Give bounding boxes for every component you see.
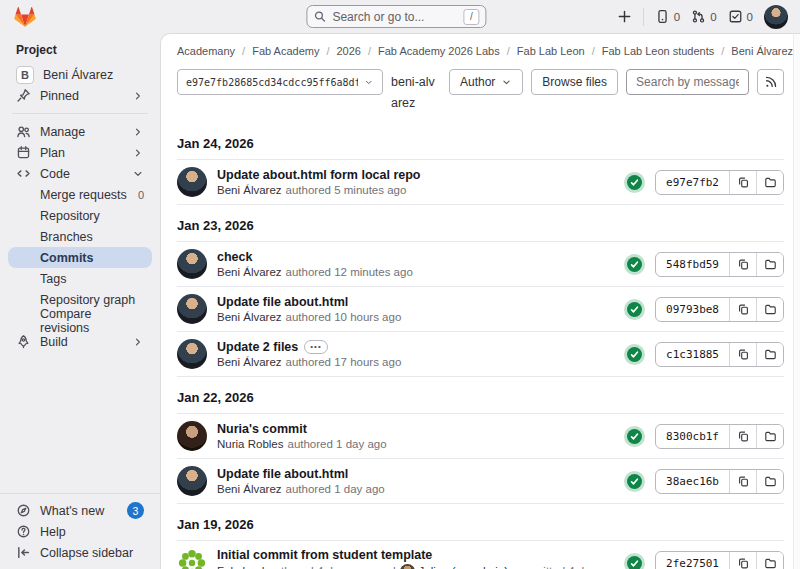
commit-author-avatar[interactable] bbox=[177, 339, 207, 369]
commit-title-link[interactable]: Update file about.html bbox=[217, 467, 348, 481]
commit-author-link[interactable]: Beni Álvarez bbox=[217, 483, 282, 495]
commit-author-avatar[interactable] bbox=[177, 249, 207, 279]
merge-requests-shortcut[interactable]: 0 bbox=[691, 9, 716, 24]
sidebar-item-plan[interactable]: Plan bbox=[8, 142, 152, 163]
browse-files-at-commit-button[interactable] bbox=[756, 343, 783, 366]
commit-sha[interactable]: 09793be8 bbox=[656, 298, 729, 321]
breadcrumb-link[interactable]: Academany bbox=[177, 45, 235, 57]
commit-title-link[interactable]: Nuria's commit bbox=[217, 422, 307, 436]
commit-sha[interactable]: 38aec16b bbox=[656, 470, 729, 493]
breadcrumb-link[interactable]: Fab Lab Leon bbox=[517, 45, 585, 57]
commit-actions: 38aec16b bbox=[627, 469, 784, 494]
sidebar-item-pinned[interactable]: Pinned bbox=[8, 85, 152, 106]
commit-author-link[interactable]: Fabcloud bbox=[217, 565, 264, 569]
ref-switcher-dropdown[interactable]: e97e7fb28685cd34cdcc95ff6a8df757… bbox=[177, 69, 383, 95]
commit-row: Update about.html form local repoBeni Ál… bbox=[177, 160, 784, 205]
breadcrumb-link[interactable]: Beni Álvarez bbox=[731, 45, 793, 57]
commit-info: Initial commit from student templateFabc… bbox=[217, 548, 617, 569]
create-new-button[interactable] bbox=[617, 9, 632, 24]
sidebar-item-code[interactable]: Code bbox=[8, 163, 152, 184]
commit-author-link[interactable]: Beni Álvarez bbox=[217, 266, 282, 278]
commit-author-link[interactable]: Nuria Robles bbox=[217, 438, 283, 450]
gitlab-logo-icon[interactable] bbox=[12, 5, 38, 29]
pipeline-status-icon[interactable] bbox=[627, 429, 642, 444]
browse-files-at-commit-button[interactable] bbox=[756, 552, 783, 569]
whats-new-badge: 3 bbox=[127, 502, 144, 519]
commit-author-avatar[interactable] bbox=[177, 167, 207, 197]
browse-files-at-commit-button[interactable] bbox=[756, 298, 783, 321]
commit-description-toggle[interactable]: ••• bbox=[304, 340, 327, 354]
browse-files-button[interactable]: Browse files bbox=[531, 69, 618, 95]
commit-author-avatar[interactable] bbox=[177, 421, 207, 451]
pipeline-status-icon[interactable] bbox=[627, 556, 642, 569]
commit-actions: 2fe27501 bbox=[627, 551, 784, 569]
folder-icon bbox=[764, 176, 777, 189]
topbar: Search or go to... / 0 0 0 bbox=[0, 0, 800, 33]
commit-author-link[interactable]: Beni Álvarez bbox=[217, 311, 282, 323]
commit-meta: Beni Álvarezauthored 1 day ago bbox=[217, 483, 385, 495]
sidebar-item-compare-revisions[interactable]: Compare revisions bbox=[8, 310, 152, 331]
pipeline-status-icon[interactable] bbox=[627, 347, 642, 362]
committer-link[interactable]: Julian (sysadmin) bbox=[419, 565, 508, 569]
sidebar-item-manage[interactable]: Manage bbox=[8, 121, 152, 142]
copy-sha-button[interactable] bbox=[729, 298, 756, 321]
pipeline-status-icon[interactable] bbox=[627, 302, 642, 317]
commit-author-avatar[interactable] bbox=[177, 294, 207, 324]
browse-files-at-commit-button[interactable] bbox=[756, 470, 783, 493]
commit-title-link[interactable]: Update file about.html bbox=[217, 295, 348, 309]
commit-title-link[interactable]: Update 2 files bbox=[217, 340, 298, 354]
sidebar-item-branches[interactable]: Branches bbox=[8, 226, 152, 247]
sidebar-item-label: Branches bbox=[40, 230, 93, 244]
pipeline-status-icon[interactable] bbox=[627, 175, 642, 190]
commit-title-link[interactable]: Update about.html form local repo bbox=[217, 168, 421, 182]
browse-files-at-commit-button[interactable] bbox=[756, 253, 783, 276]
copy-sha-button[interactable] bbox=[729, 171, 756, 194]
commit-title-line: Update file about.html bbox=[217, 295, 401, 309]
todos-shortcut[interactable]: 0 bbox=[728, 9, 753, 24]
sidebar-project-item[interactable]: B Beni Álvarez bbox=[8, 64, 152, 85]
pipeline-status-icon[interactable] bbox=[627, 257, 642, 272]
user-avatar[interactable] bbox=[764, 5, 788, 29]
copy-sha-button[interactable] bbox=[729, 425, 756, 448]
commits-feed-button[interactable] bbox=[757, 69, 784, 95]
breadcrumb-link[interactable]: 2026 bbox=[336, 45, 360, 57]
pin-icon bbox=[16, 88, 31, 103]
copy-sha-button[interactable] bbox=[729, 343, 756, 366]
browse-files-at-commit-button[interactable] bbox=[756, 171, 783, 194]
commit-author-link[interactable]: Beni Álvarez bbox=[217, 356, 282, 368]
commit-title-link[interactable]: check bbox=[217, 250, 252, 264]
sidebar-item-commits[interactable]: Commits bbox=[8, 247, 152, 268]
sidebar-item-repository[interactable]: Repository bbox=[8, 205, 152, 226]
commit-title-link[interactable]: Initial commit from student template bbox=[217, 548, 432, 562]
commit-author-link[interactable]: Beni Álvarez bbox=[217, 184, 282, 196]
folder-icon bbox=[764, 258, 777, 271]
sidebar-item-help[interactable]: Help bbox=[8, 521, 152, 542]
sidebar-item-what-s-new[interactable]: What's new3 bbox=[8, 500, 152, 521]
global-search-input[interactable]: Search or go to... / bbox=[306, 5, 486, 28]
copy-sha-button[interactable] bbox=[729, 470, 756, 493]
copy-sha-button[interactable] bbox=[729, 253, 756, 276]
commit-sha[interactable]: e97e7fb2 bbox=[656, 171, 729, 194]
commit-sha[interactable]: c1c31885 bbox=[656, 343, 729, 366]
commit-author-avatar[interactable] bbox=[177, 466, 207, 496]
commit-sha[interactable]: 548fbd59 bbox=[656, 253, 729, 276]
copy-icon bbox=[737, 176, 750, 189]
sidebar-item-merge-requests[interactable]: Merge requests0 bbox=[8, 184, 152, 205]
sidebar-item-collapse-sidebar[interactable]: Collapse sidebar bbox=[8, 542, 152, 563]
commit-row: Nuria's commitNuria Roblesauthored 1 day… bbox=[177, 414, 784, 459]
commit-author-avatar[interactable] bbox=[177, 548, 207, 569]
scrollbar[interactable] bbox=[793, 34, 800, 569]
breadcrumb-link[interactable]: Fab Academy 2026 Labs bbox=[378, 45, 500, 57]
commit-sha[interactable]: 2fe27501 bbox=[656, 552, 729, 569]
pipeline-status-icon[interactable] bbox=[627, 474, 642, 489]
sidebar-item-tags[interactable]: Tags bbox=[8, 268, 152, 289]
search-by-message-input[interactable] bbox=[626, 69, 749, 95]
commit-sha[interactable]: 8300cb1f bbox=[656, 425, 729, 448]
author-filter-dropdown[interactable]: Author bbox=[449, 69, 523, 95]
breadcrumb-link[interactable]: Fab Academy bbox=[252, 45, 319, 57]
browse-files-at-commit-button[interactable] bbox=[756, 425, 783, 448]
breadcrumb-link[interactable]: Fab Lab Leon students bbox=[602, 45, 715, 57]
committer-avatar[interactable] bbox=[400, 564, 415, 569]
issues-shortcut[interactable]: 0 bbox=[655, 9, 680, 24]
copy-sha-button[interactable] bbox=[729, 552, 756, 569]
